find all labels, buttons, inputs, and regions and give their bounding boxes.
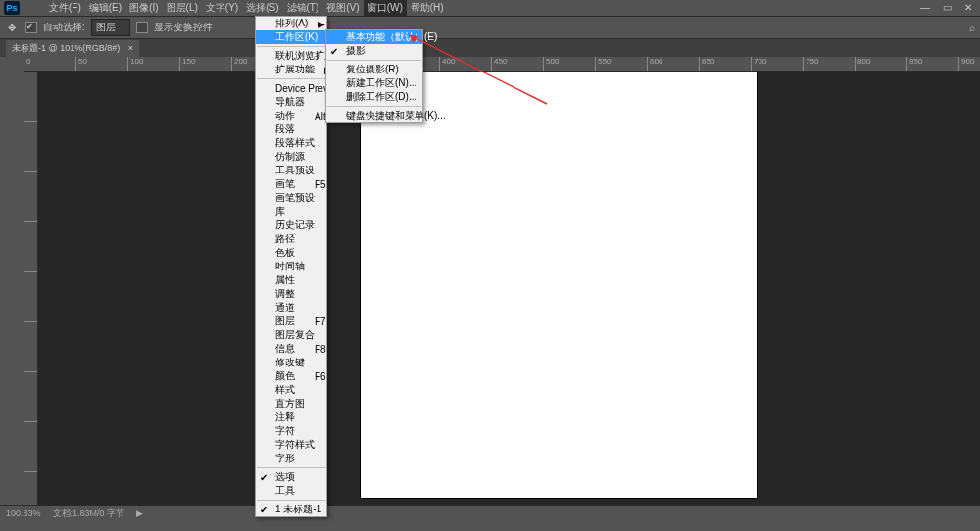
search-icon[interactable]: ⌕ — [964, 20, 980, 35]
document-tab-close[interactable]: × — [128, 43, 133, 53]
auto-select-dropdown[interactable]: 图层 — [91, 19, 130, 36]
window-menu-item-22[interactable]: 通道 — [256, 301, 326, 314]
window-menu-item-20[interactable]: 属性 — [256, 273, 326, 287]
window-menu-item-label: 字符样式 — [275, 438, 315, 452]
window-menu-item-label: 工作区(K) — [275, 30, 318, 44]
window-menu-item-24[interactable]: 图层复合 — [256, 328, 326, 342]
zoom-level[interactable]: 100.83% — [6, 508, 41, 518]
window-menu-item-label: 选项 — [275, 470, 295, 484]
window-menu-item-12[interactable]: 工具预设 — [256, 164, 326, 177]
menu-9[interactable]: 帮助(H) — [407, 0, 448, 16]
window-menu-item-label: 图层 — [275, 314, 295, 328]
window-menu-item-1[interactable]: 工作区(K)▶ — [256, 30, 326, 44]
auto-select-label: 自动选择: — [43, 21, 85, 34]
window-menu-item-label: 工具 — [275, 484, 295, 498]
window-menu-item-36[interactable]: 工具 — [256, 484, 326, 498]
window-menu-item-15[interactable]: 库 — [256, 205, 326, 218]
window-maximize-button[interactable]: ▭ — [937, 0, 956, 14]
workspace-submenu-item-0[interactable]: 基本功能（默认）(E) — [326, 30, 422, 44]
window-menu-item-18[interactable]: 色板 — [256, 246, 326, 260]
show-transform-label: 显示变换控件 — [154, 21, 213, 34]
workspace-submenu-item-3[interactable]: 复位摄影(R) — [326, 63, 422, 76]
window-menu-item-label: 颜色 — [275, 369, 295, 383]
window-menu-item-3[interactable]: 联机浏览扩展... — [256, 49, 326, 63]
show-transform-checkbox[interactable] — [136, 22, 148, 33]
menu-4[interactable]: 文字(Y) — [202, 0, 242, 16]
workspace-submenu: 基本功能（默认）(E)✔摄影复位摄影(R)新建工作区(N)...删除工作区(D)… — [325, 29, 423, 123]
window-menu-item-29[interactable]: 直方图 — [256, 397, 326, 410]
menu-2[interactable]: 图像(I) — [125, 0, 162, 16]
workspace-submenu-item-label: 新建工作区(N)... — [346, 76, 416, 90]
window-menu-item-8[interactable]: 动作Alt+F9 — [256, 109, 326, 122]
auto-select-checkbox[interactable] — [25, 22, 37, 33]
workspace-submenu-item-1[interactable]: ✔摄影 — [326, 44, 422, 58]
document-tab[interactable]: 未标题-1 @ 101%(RGB/8#) × — [6, 40, 139, 57]
window-close-button[interactable]: ✕ — [958, 0, 978, 14]
ruler-vertical — [24, 72, 38, 505]
window-menu-item-19[interactable]: 时间轴 — [256, 260, 326, 273]
window-menu-item-17[interactable]: 路径 — [256, 232, 326, 246]
menu-8[interactable]: 窗口(W) — [364, 0, 407, 16]
menu-1[interactable]: 编辑(E) — [85, 0, 125, 16]
window-menu-item-label: 修改键 — [275, 356, 305, 369]
window-menu-item-label: 样式 — [275, 383, 295, 397]
window-menu-item-label: 扩展功能 — [275, 63, 315, 76]
window-menu-item-38[interactable]: ✔1 未标题-1 — [256, 503, 326, 516]
window-menu-item-11[interactable]: 仿制源 — [256, 150, 326, 164]
window-menu-item-35[interactable]: ✔选项 — [256, 470, 326, 484]
window-menu-item-label: 色板 — [275, 246, 295, 260]
window-menu-item-30[interactable]: 注释 — [256, 410, 326, 424]
workspace-submenu-item-4[interactable]: 新建工作区(N)... — [326, 76, 422, 90]
window-menu-item-21[interactable]: 调整 — [256, 287, 326, 301]
workspace-submenu-item-label: 摄影 — [346, 44, 366, 58]
window-menu-item-label: 信息 — [275, 342, 295, 356]
window-menu-item-label: 排列(A) — [275, 17, 308, 30]
window-menu-item-16[interactable]: 历史记录 — [256, 218, 326, 232]
window-menu-item-14[interactable]: 画笔预设 — [256, 191, 326, 205]
document-info[interactable]: 文档:1.83M/0 字节 — [53, 507, 125, 520]
window-menu-item-label: 字形 — [275, 452, 295, 465]
window-menu-item-13[interactable]: 画笔F5 — [256, 177, 326, 191]
window-menu-item-label: 图层复合 — [275, 328, 315, 342]
window-menu-item-26[interactable]: 修改键 — [256, 356, 326, 369]
window-minimize-button[interactable]: — — [915, 0, 935, 14]
workspace-submenu-item-5[interactable]: 删除工作区(D)... — [326, 90, 422, 104]
window-menu-item-27[interactable]: 颜色F6 — [256, 369, 326, 383]
window-menu-item-10[interactable]: 段落样式 — [256, 136, 326, 150]
window-menu-item-7[interactable]: 导航器 — [256, 95, 326, 109]
app-logo: Ps — [4, 1, 20, 15]
window-menu-item-25[interactable]: 信息F8 — [256, 342, 326, 356]
window-menu-item-label: 通道 — [275, 301, 295, 314]
menu-7[interactable]: 视图(V) — [322, 0, 363, 16]
menu-6[interactable]: 滤镜(T) — [283, 0, 323, 16]
window-menu-item-23[interactable]: 图层F7 — [256, 314, 326, 328]
window-menu-item-0[interactable]: 排列(A)▶ — [256, 17, 326, 30]
window-menu-item-label: 历史记录 — [275, 218, 315, 232]
window-menu-item-label: 属性 — [275, 273, 295, 287]
window-menu-item-28[interactable]: 样式 — [256, 383, 326, 397]
status-bar: 100.83% 文档:1.83M/0 字节 ▶ — [0, 505, 980, 521]
document-canvas[interactable] — [360, 72, 758, 499]
workspace-submenu-item-label: 删除工作区(D)... — [346, 90, 416, 104]
window-menu-dropdown: 排列(A)▶工作区(K)▶联机浏览扩展...扩展功能▶Device Previe… — [255, 16, 327, 517]
window-menu-item-9[interactable]: 段落 — [256, 122, 326, 136]
canvas-area[interactable] — [38, 72, 980, 505]
tools-panel[interactable] — [0, 72, 24, 505]
window-menu-item-31[interactable]: 字符 — [256, 424, 326, 438]
status-menu-arrow[interactable]: ▶ — [136, 508, 143, 518]
document-tab-label: 未标题-1 @ 101%(RGB/8#) — [12, 43, 120, 53]
workspace-submenu-item-label: 基本功能（默认）(E) — [346, 30, 437, 44]
window-menu-item-label: 路径 — [275, 232, 295, 246]
workspace-submenu-item-7[interactable]: 键盘快捷键和菜单(K)... — [326, 109, 422, 122]
menu-0[interactable]: 文件(F) — [45, 0, 85, 16]
workspace-submenu-item-label: 复位摄影(R) — [346, 63, 399, 76]
options-bar: ✥ 自动选择: 图层 显示变换控件 ⌕ — [0, 16, 980, 39]
menu-3[interactable]: 图层(L) — [163, 0, 202, 16]
window-menu-item-33[interactable]: 字形 — [256, 452, 326, 465]
window-menu-item-4[interactable]: 扩展功能▶ — [256, 63, 326, 76]
menu-5[interactable]: 选择(S) — [242, 0, 282, 16]
window-menu-item-6[interactable]: Device Preview — [256, 81, 326, 95]
window-menu-item-label: 时间轴 — [275, 260, 305, 273]
window-menu-item-32[interactable]: 字符样式 — [256, 438, 326, 452]
ruler-horizontal: 0501001502002503003504004505005506006507… — [24, 57, 980, 72]
